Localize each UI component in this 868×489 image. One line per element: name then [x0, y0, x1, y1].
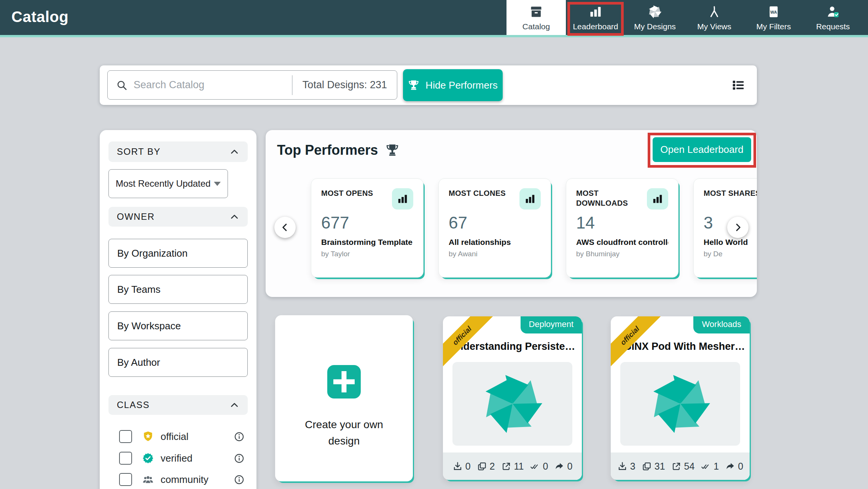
chevron-up-icon: [229, 400, 239, 410]
design-title: Understanding Persiste…: [443, 341, 582, 352]
type-badge: Deployment: [521, 316, 582, 333]
performer-cards: MOST OPENS 677 Brainstorming Template by…: [311, 178, 757, 278]
filter-by-organization-button[interactable]: By Organization: [108, 239, 248, 268]
download-icon: [617, 461, 628, 472]
clones-stat: 2: [477, 461, 495, 472]
downloads-stat: 3: [617, 461, 635, 472]
shares-stat: 0: [554, 461, 572, 472]
shares-stat: 0: [725, 461, 743, 472]
clone-icon: [477, 461, 487, 472]
opens-stat: 54: [671, 461, 695, 472]
info-icon[interactable]: [234, 431, 245, 442]
shield-star-icon: [142, 430, 154, 443]
class-header[interactable]: CLASS: [108, 395, 248, 415]
class-option-community: community: [108, 471, 248, 488]
app-header: Catalog Catalog Leaderboard My Designs: [0, 0, 868, 37]
tab-requests[interactable]: Requests: [803, 0, 863, 35]
sort-by-header[interactable]: SORT BY: [108, 141, 248, 162]
archive-icon: [529, 4, 543, 19]
type-badge: Workloads: [693, 316, 750, 333]
double-check-icon: [701, 461, 711, 472]
create-design-card[interactable]: Create your own design: [275, 315, 413, 481]
design-preview: [452, 362, 572, 446]
tab-my-filters[interactable]: WA My Filters: [744, 0, 803, 35]
top-performers-panel: Top Performers Open Leaderboard MOST OPE…: [266, 130, 757, 297]
open-leaderboard-highlight-box: Open Leaderboard: [648, 133, 756, 168]
tab-my-designs[interactable]: My Designs: [625, 0, 685, 35]
carousel-prev-button[interactable]: [274, 217, 296, 238]
design-title: NGINX Pod With Mesher…: [611, 341, 750, 352]
design-stats-bar: 0 2 11 0 0: [443, 452, 582, 480]
official-checkbox[interactable]: [119, 430, 132, 443]
info-icon[interactable]: [234, 453, 245, 464]
filter-by-workspace-button[interactable]: By Workspace: [108, 311, 248, 340]
meshery-pinwheel-icon: [648, 4, 662, 19]
bar-chart-icon: [392, 188, 413, 210]
chevron-up-icon: [229, 147, 239, 157]
opens-stat: 11: [501, 461, 524, 472]
filter-sidebar: SORT BY Most Recently Updated OWNER By O…: [100, 130, 256, 489]
deploys-stat: 0: [530, 461, 548, 472]
trophy-icon: [408, 79, 419, 91]
tab-leaderboard[interactable]: Leaderboard: [566, 0, 625, 35]
design-card-nginx-pod[interactable]: Workloads NGINX Pod With Mesher… officia…: [611, 316, 750, 480]
carousel-next-button[interactable]: [727, 217, 749, 238]
performer-card-most-opens[interactable]: MOST OPENS 677 Brainstorming Template by…: [311, 178, 424, 278]
toolbar-panel: Total Designs: 231 Hide Performers: [100, 65, 757, 105]
wasm-filter-icon: WA: [767, 4, 780, 19]
svg-text:WA: WA: [770, 10, 777, 14]
search-input[interactable]: [133, 79, 292, 91]
filter-by-author-button[interactable]: By Author: [108, 348, 248, 377]
class-option-official: official: [108, 428, 248, 445]
meshery-logo-icon: [648, 371, 713, 437]
design-stats-bar: 3 31 54 1 0: [611, 452, 750, 480]
search-box: Total Designs: 231: [107, 70, 397, 100]
owner-header[interactable]: OWNER: [108, 207, 248, 227]
chevron-right-icon: [733, 222, 743, 233]
bar-chart-icon: [519, 188, 541, 210]
verified-checkbox[interactable]: [119, 452, 132, 465]
info-icon[interactable]: [234, 474, 245, 485]
people-icon: [142, 473, 154, 486]
community-checkbox[interactable]: [119, 473, 132, 486]
open-in-new-icon: [671, 461, 682, 472]
open-in-new-icon: [501, 461, 511, 472]
meshery-logo-icon: [480, 371, 545, 437]
chevron-left-icon: [280, 222, 290, 233]
design-preview: [620, 362, 740, 446]
top-performers-title: Top Performers: [277, 142, 399, 158]
downloads-stat: 0: [452, 461, 471, 472]
tab-catalog[interactable]: Catalog: [506, 0, 566, 35]
verified-badge-icon: [142, 452, 154, 464]
chevron-up-icon: [229, 212, 239, 222]
caret-down-icon: [214, 182, 221, 186]
bar-chart-icon: [589, 4, 602, 19]
trophy-icon: [385, 143, 399, 157]
share-icon: [554, 461, 564, 472]
bar-chart-icon: [647, 188, 668, 210]
nav-tabs: Catalog Leaderboard My Designs My Views: [506, 0, 863, 35]
search-icon: [116, 79, 127, 91]
hide-performers-button[interactable]: Hide Performers: [403, 69, 503, 101]
kanvas-views-icon: [707, 4, 721, 19]
page-title: Catalog: [11, 8, 68, 25]
plus-icon: [327, 365, 361, 399]
create-design-label: Create your own design: [275, 416, 413, 449]
design-card-understanding-persistent[interactable]: Deployment Understanding Persiste… offic…: [443, 316, 582, 480]
performer-card-most-downloads[interactable]: MOST DOWNLOADS 14 AWS cloudfront control…: [566, 178, 678, 278]
person-check-icon: [826, 4, 840, 19]
open-leaderboard-button[interactable]: Open Leaderboard: [653, 137, 751, 162]
clones-stat: 31: [642, 461, 665, 472]
share-icon: [725, 461, 735, 472]
list-view-icon[interactable]: [731, 78, 745, 92]
catalog-page: Catalog Catalog Leaderboard My Designs: [0, 0, 868, 489]
class-option-verified: verified: [108, 450, 248, 467]
clone-icon: [642, 461, 652, 472]
tab-my-views[interactable]: My Views: [685, 0, 744, 35]
filter-by-teams-button[interactable]: By Teams: [108, 275, 248, 304]
double-check-icon: [530, 461, 540, 472]
deploys-stat: 1: [701, 461, 719, 472]
sort-select[interactable]: Most Recently Updated: [108, 169, 228, 198]
performer-card-most-clones[interactable]: MOST CLONES 67 All relationships by Awan…: [438, 178, 551, 278]
total-designs-count: Total Designs: 231: [293, 79, 397, 91]
